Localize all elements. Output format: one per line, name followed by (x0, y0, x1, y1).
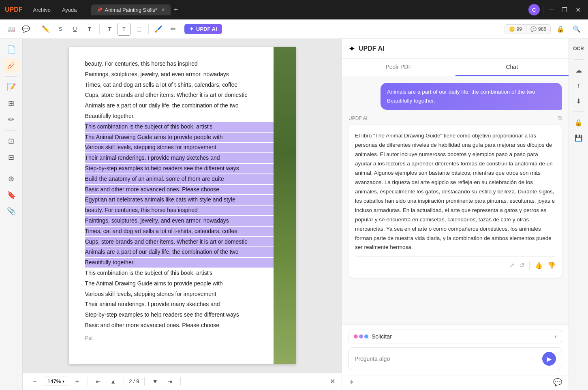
close-button[interactable]: ✕ (573, 6, 583, 14)
solicitar-selector[interactable]: Solicitar ▾ (349, 330, 562, 343)
ai-magic-button[interactable]: ✦ (349, 378, 355, 387)
pdf-line: Build the anatomy of an animal. some of … (85, 174, 280, 184)
pdf-line: The Animal Drawing Guide aims to provide… (85, 133, 280, 142)
maximize-button[interactable]: ❐ (559, 6, 570, 14)
copy-button[interactable]: ⧉ (558, 115, 562, 122)
minimize-button[interactable]: ─ (547, 6, 556, 13)
sidebar-pages[interactable]: ⊟ (4, 150, 19, 165)
coins-badge: 🪙 99 (505, 25, 526, 34)
last-page-button[interactable]: ⇥ (164, 376, 175, 387)
external-link-button[interactable]: ↗ (509, 260, 514, 271)
toolbar-sep1 (36, 24, 36, 34)
ai-response-actions: ↗ ↺ 👍 👎 (355, 256, 556, 271)
text-button[interactable]: T (83, 23, 96, 36)
pdf-scroll[interactable]: beauty. For centuries, this horse has in… (23, 39, 342, 372)
actions-separator (529, 261, 530, 270)
callout-button[interactable]: ⬚ (132, 23, 145, 36)
tab-pedir-pdf[interactable]: Pedir PDF (342, 59, 455, 76)
user-avatar[interactable]: C (528, 4, 540, 15)
pdf-line: Times, cat and dog art sells a lot of t-… (85, 227, 280, 236)
sidebar-organize[interactable]: ⊞ (4, 96, 19, 111)
sidebar-highlight-tool[interactable]: 🖊 (4, 58, 19, 73)
sidebar-page-view[interactable]: 📄 (4, 42, 19, 57)
thumbs-down-button[interactable]: 👎 (547, 260, 556, 271)
send-button[interactable]: ▶ (542, 352, 556, 366)
tab-close-button[interactable]: ✕ (161, 7, 165, 13)
ai-response-label: UPDF AI (349, 116, 368, 121)
zoom-in-button[interactable]: + (71, 376, 83, 387)
tab-animal-painting[interactable]: 📌 Animal Painting Skills* ✕ (91, 4, 171, 15)
new-tab-button[interactable]: + (174, 6, 178, 14)
close-toolbar-button[interactable]: ✕ (330, 377, 335, 385)
eraser-button[interactable]: ✏ (167, 23, 180, 36)
pdf-line: This combination is the subject of this … (85, 122, 280, 132)
prev-page-button[interactable]: ▲ (107, 376, 119, 387)
pdf-line: This combination is the subject of this … (85, 268, 280, 278)
controls-separator2 (543, 6, 543, 14)
ai-messages-area[interactable]: Animals are a part of our daily life, th… (342, 76, 569, 324)
pdf-line: Their animal renderings. I provide many … (85, 300, 280, 309)
underline-button[interactable]: U (68, 23, 81, 36)
password-button[interactable]: 🔒 (554, 23, 567, 36)
pdf-image-strip (274, 47, 296, 364)
ai-response-header: UPDF AI ⧉ (349, 115, 562, 122)
search-button[interactable]: 🔍 (570, 23, 583, 36)
first-page-button[interactable]: ⇤ (93, 376, 104, 387)
zoom-level: 147% (47, 378, 61, 384)
sidebar-edit[interactable]: ✏ (4, 112, 19, 127)
tab-pin-icon: 📌 (97, 7, 103, 13)
main-toolbar: 📖 💬 ✏️ S U T T T ⬚ 🖌️ ✏ ✦ UPDF AI 🪙 99 💬… (0, 19, 588, 39)
pdf-line: Various skill levels, stepping stones fo… (85, 289, 280, 299)
rs-ocr-button[interactable]: OCR (572, 42, 585, 55)
tab-chat[interactable]: Chat (455, 59, 569, 76)
rs-save-button[interactable]: 💾 (572, 131, 585, 144)
dot-blue (364, 334, 368, 339)
ai-feedback-button[interactable]: 💬 (553, 378, 562, 387)
font-style-button[interactable]: T (103, 23, 116, 36)
thumbs-up-button[interactable]: 👍 (535, 260, 543, 271)
rs-protect-button[interactable]: 🔒 (572, 116, 585, 129)
pdf-line: Beautifully together. (85, 258, 280, 268)
pdf-content: beauty. For centuries, this horse has in… (85, 59, 280, 330)
ai-panel-title: UPDF AI (359, 45, 384, 52)
strikethrough-button[interactable]: S (54, 23, 67, 36)
zoom-display[interactable]: 147% ▾ (44, 377, 68, 386)
messages-count: 985 (538, 26, 546, 32)
read-mode-button[interactable]: 📖 (5, 23, 18, 36)
messages-badge: 💬 985 (526, 25, 550, 34)
tab-bar: 📌 Animal Painting Skills* ✕ + (91, 4, 522, 15)
rs-share-button[interactable]: ↑ (572, 79, 585, 92)
pdf-page: beauty. For centuries, this horse has in… (69, 47, 296, 364)
pdf-line: Egyptian art celebrates animals like cat… (85, 195, 280, 205)
menu-archivo[interactable]: Archivo (29, 5, 55, 15)
chat-input-field[interactable] (355, 356, 539, 362)
updf-ai-button[interactable]: ✦ UPDF AI (184, 24, 222, 34)
menu-ayuda[interactable]: Ayuda (58, 5, 81, 15)
sidebar-layers[interactable]: ⊕ (4, 171, 19, 186)
pdf-line: Times, cat and dog art sells a lot of t-… (85, 80, 280, 90)
sidebar-sep2 (5, 130, 17, 131)
pdf-line: Various skill levels, stepping stones fo… (85, 143, 280, 152)
tab-title: Animal Painting Skills* (105, 7, 157, 13)
next-page-button[interactable]: ▼ (150, 376, 161, 387)
highlight-button[interactable]: ✏️ (39, 23, 52, 36)
user-message-bubble: Animals are a part of our daily life, th… (381, 83, 562, 110)
pdf-line: Their animal renderings. I provide many … (85, 153, 280, 163)
sidebar-attachment[interactable]: 📎 (4, 204, 19, 219)
rs-sep2 (573, 111, 584, 112)
pdf-line: Animals are a part of our daily life, th… (85, 247, 280, 257)
pdf-bottom-bar: − 147% ▾ + ⇤ ▲ 2 / 9 ▼ ⇥ ✕ (23, 372, 342, 390)
ai-logo-icon: ✦ (349, 44, 355, 54)
right-sidebar: OCR ☁ ↑ ⬇ 🔒 💾 (569, 39, 588, 390)
sidebar-bookmark[interactable]: 🔖 (4, 188, 19, 202)
rs-download-button[interactable]: ⬇ (572, 94, 585, 107)
sidebar-ocr[interactable]: ⊡ (4, 134, 19, 148)
regenerate-button[interactable]: ↺ (519, 260, 524, 271)
sidebar-annotation[interactable]: 📝 (4, 80, 19, 94)
text-box-button[interactable]: T (118, 23, 130, 36)
zoom-out-button[interactable]: − (29, 376, 41, 387)
comment-button[interactable]: 💬 (19, 23, 32, 36)
color-pen-button[interactable]: 🖌️ (152, 23, 165, 36)
rs-cloud-button[interactable]: ☁ (572, 64, 585, 77)
pdf-line: beauty. For centuries, this horse has in… (85, 206, 280, 215)
